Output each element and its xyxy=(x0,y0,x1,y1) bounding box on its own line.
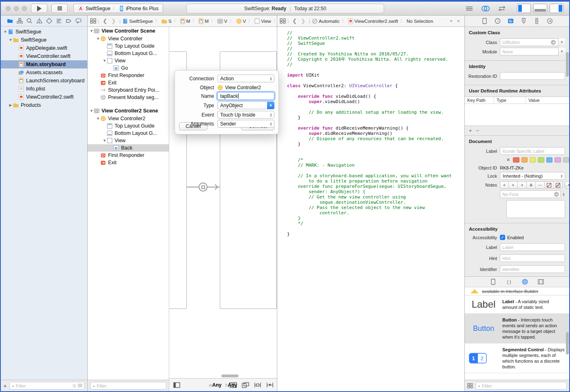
code-line[interactable] xyxy=(287,78,464,83)
code-line[interactable]: // SwiftSegue xyxy=(287,41,464,46)
quick-help-icon[interactable]: ? xyxy=(495,18,501,24)
ib-breadcrumb-item[interactable]: V xyxy=(236,18,246,24)
udra-table[interactable]: Key PathTypeValue xyxy=(465,97,569,126)
library-grid-view-icon[interactable] xyxy=(467,383,473,388)
outline-row[interactable]: First Responder xyxy=(88,72,169,79)
library-filter-field[interactable]: ◒ Filter xyxy=(475,382,567,390)
code-line[interactable] xyxy=(287,147,464,152)
outline-row[interactable]: BBack xyxy=(88,144,169,152)
pin-button[interactable] xyxy=(254,382,261,388)
assistant-editor-button[interactable] xyxy=(479,4,493,13)
code-line[interactable]: // In a storyboard-based application, yo… xyxy=(287,173,464,178)
size-inspector-icon[interactable] xyxy=(534,18,540,24)
dash-button[interactable]: --- xyxy=(536,181,545,189)
outline-row[interactable]: Bottom Layout G... xyxy=(88,50,169,57)
report-navigator-icon[interactable] xyxy=(75,18,82,24)
toggle-debug-area-button[interactable] xyxy=(533,4,547,13)
code-line[interactable] xyxy=(287,120,464,126)
zoom-window-button[interactable] xyxy=(22,6,27,11)
code-line[interactable] xyxy=(287,152,464,157)
align-justify-button[interactable]: ≣ xyxy=(527,181,536,189)
code-line[interactable]: // Dispose of any resources that can be … xyxy=(287,136,464,141)
file-inspector-icon[interactable] xyxy=(482,18,488,24)
code-line[interactable] xyxy=(287,226,464,231)
code-line[interactable]: segue.destinationViewController. xyxy=(287,200,464,205)
more-format-button[interactable]: ...▾ xyxy=(565,181,569,189)
navigator-row[interactable]: Info.plist xyxy=(1,85,87,93)
code-line[interactable]: sender: AnyObject?) { xyxy=(287,189,464,194)
library-item-label[interactable]: LabelLabel - A variably sized amount of … xyxy=(465,295,569,314)
code-snippet-library-icon[interactable]: { } xyxy=(506,279,512,285)
no-border-button[interactable] xyxy=(545,181,554,189)
code-line[interactable]: // xyxy=(287,30,464,35)
no-fill-button[interactable] xyxy=(554,181,563,189)
outline-row[interactable]: Storyboard Entry Poi... xyxy=(88,86,169,94)
forward-nav-button[interactable]: ❯ xyxy=(301,18,305,24)
library-item-button[interactable]: ButtonButton - Intercepts touch events a… xyxy=(465,314,569,344)
code-line[interactable]: } xyxy=(287,141,464,147)
editor-breadcrumb-item[interactable]: ViewController2.swift xyxy=(348,18,398,24)
navigator-row[interactable]: AppDelegate.swift xyxy=(1,44,87,52)
code-line[interactable]: /* xyxy=(287,157,464,163)
standard-editor-button[interactable] xyxy=(462,4,476,13)
color-swatch[interactable] xyxy=(538,157,544,163)
code-line[interactable]: override func prepareForSegue(segue: UIS… xyxy=(287,184,464,189)
outline-row[interactable]: Bottom Layout G... xyxy=(88,130,169,137)
acc-hint-field[interactable]: Hint xyxy=(500,254,565,262)
code-line[interactable]: override func didReceiveMemoryWarning() … xyxy=(287,126,464,131)
inspector-scrollbar[interactable] xyxy=(566,52,569,77)
attributes-inspector-icon[interactable] xyxy=(521,18,527,24)
navigator-row[interactable]: ▼SwiftSegue xyxy=(1,36,87,44)
disclosure-triangle-icon[interactable]: ▼ xyxy=(96,37,100,41)
debug-navigator-icon[interactable] xyxy=(56,18,62,24)
code-line[interactable]: super.viewDidLoad() xyxy=(287,99,464,104)
disclosure-triangle-icon[interactable]: ▼ xyxy=(96,117,100,121)
outline-row[interactable]: First Responder xyxy=(88,152,169,159)
ib-breadcrumb-item[interactable]: SwiftSegue xyxy=(122,18,153,24)
embed-button[interactable] xyxy=(242,382,249,388)
library-scrollbar[interactable] xyxy=(566,332,569,355)
code-line[interactable]: // ViewController2.swift xyxy=(287,35,464,41)
accessibility-enabled-checkbox[interactable]: ✓ xyxy=(500,235,505,240)
test-navigator-icon[interactable] xyxy=(46,18,52,24)
project-navigator-icon[interactable] xyxy=(7,18,13,24)
outline-row[interactable]: Present Modally seg... xyxy=(88,94,169,101)
navigator-row[interactable]: ViewController.swift xyxy=(1,52,87,60)
type-combo-box[interactable]: AnyObject▼ xyxy=(217,101,274,109)
breakpoint-navigator-icon[interactable] xyxy=(66,18,72,24)
align-center-button[interactable]: ≡ xyxy=(509,181,518,189)
code-line[interactable]: // xyxy=(287,46,464,51)
code-line[interactable]: controller. xyxy=(287,210,464,216)
navigator-row[interactable]: ViewController2.swift xyxy=(1,93,87,101)
outline-scene-header[interactable]: ▼View Controller Scene xyxy=(88,27,169,35)
outline-toggle-icon[interactable] xyxy=(90,18,96,24)
notes-text-area[interactable] xyxy=(506,200,565,218)
code-line[interactable]: // MARK: - Navigation xyxy=(287,163,464,168)
color-swatch[interactable] xyxy=(530,157,536,163)
disclosure-triangle-icon[interactable]: ▶ xyxy=(9,103,13,107)
issue-navigator-icon[interactable] xyxy=(36,18,42,24)
stack-button[interactable] xyxy=(230,382,237,388)
run-button[interactable] xyxy=(31,4,47,13)
connection-popup-button[interactable]: Action▲▼ xyxy=(217,75,274,82)
object-library-icon[interactable] xyxy=(522,279,528,285)
outline-row[interactable]: BGo xyxy=(88,64,169,72)
back-nav-button[interactable]: ❮ xyxy=(292,18,297,24)
code-line[interactable]: class ViewController2: UIViewController … xyxy=(287,83,464,88)
module-field[interactable]: None ▼ xyxy=(500,48,565,55)
code-line[interactable]: } xyxy=(287,216,464,221)
color-swatch[interactable] xyxy=(521,157,528,163)
search-navigator-icon[interactable] xyxy=(27,18,33,24)
connections-inspector-icon[interactable] xyxy=(547,18,553,24)
module-dropdown-icon[interactable]: ▼ xyxy=(558,48,565,55)
outline-row[interactable]: ▼View xyxy=(88,137,169,144)
udra-remove-button[interactable]: − xyxy=(476,128,479,134)
toggle-inspector-button[interactable] xyxy=(550,4,563,13)
code-line[interactable]: import UIKit xyxy=(287,73,464,78)
code-line[interactable]: // Copyright © 2016年 Yoshihisa Nitta. Al… xyxy=(287,57,464,62)
symbol-navigator-icon[interactable] xyxy=(17,18,23,24)
resolve-issues-button[interactable] xyxy=(266,382,274,388)
close-assistant-editor-button[interactable]: × xyxy=(457,18,460,24)
code-line[interactable]: // Get the new view controller using xyxy=(287,194,464,200)
code-line[interactable]: */ xyxy=(287,221,464,226)
